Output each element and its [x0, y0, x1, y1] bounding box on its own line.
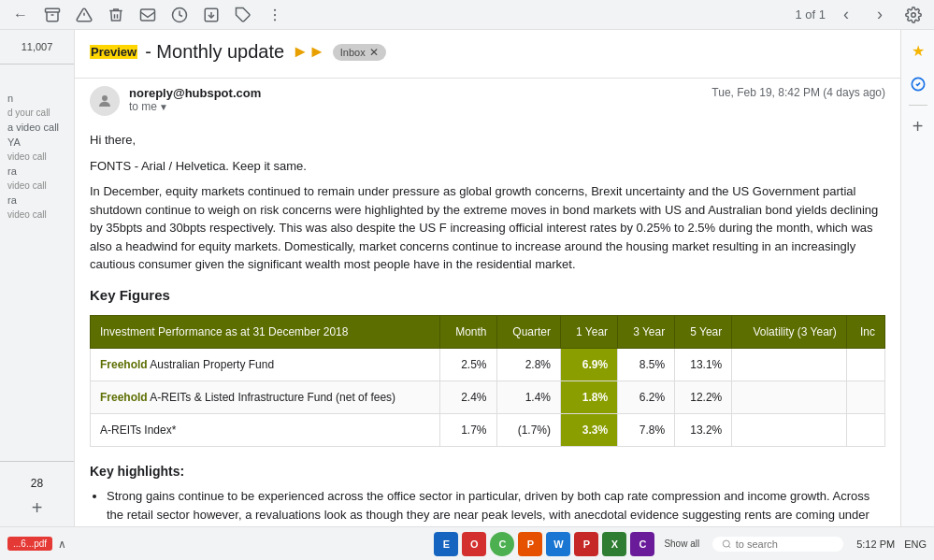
prev-page-button[interactable]: ‹	[833, 2, 859, 28]
inbox-badge: Inbox ✕	[333, 44, 386, 61]
highlight-item-1: Strong gains continue to be experienced …	[107, 487, 885, 526]
label-button[interactable]	[230, 2, 256, 28]
right-panel: ★ +	[900, 30, 934, 526]
settings-button[interactable]	[900, 2, 927, 28]
pdf-badge[interactable]: ...6...pdf	[7, 537, 52, 551]
email-panel[interactable]: Preview - Monthly update ►► Inbox ✕ nore…	[75, 30, 900, 526]
email-button[interactable]	[135, 2, 161, 28]
sender-avatar	[90, 86, 120, 116]
sender-to[interactable]: to me ▼	[129, 100, 702, 113]
search-icon	[722, 538, 732, 550]
taskbar-app-preview[interactable]: P	[518, 532, 542, 556]
sidebar-item-5[interactable]: ra	[0, 193, 74, 208]
taskbar-app-charter[interactable]: C	[630, 532, 654, 556]
row3-vol	[732, 414, 847, 447]
svg-point-12	[724, 540, 730, 547]
row1-name: Freehold Australian Property Fund	[91, 349, 440, 381]
row2-vol	[732, 381, 847, 414]
row3-quarter: (1.7%)	[496, 414, 560, 447]
table-row: Freehold Australian Property Fund 2.5% 2…	[91, 349, 885, 381]
clock: 5:12 PM	[856, 538, 895, 550]
next-page-button[interactable]: ›	[867, 2, 893, 28]
body-para: In December, equity markets continued to…	[90, 182, 885, 274]
back-button[interactable]: ←	[7, 2, 34, 28]
main-area: 11,007 n d your call a video call YA vid…	[0, 30, 934, 526]
row1-5year: 13.1%	[675, 349, 732, 381]
table-header-inc: Inc	[846, 316, 884, 349]
star-icon[interactable]: ★	[905, 37, 931, 64]
forward-icon: ►►	[292, 42, 325, 62]
row1-vol	[732, 349, 847, 381]
to-chevron: ▼	[159, 102, 168, 112]
app-wrapper: ←	[0, 0, 934, 560]
search-bar[interactable]	[712, 537, 843, 552]
inbox-label: Inbox	[340, 47, 366, 58]
sender-date: Tue, Feb 19, 8:42 PM (4 days ago)	[711, 86, 885, 99]
sidebar-item-3[interactable]: YA	[0, 135, 74, 150]
more-button[interactable]	[262, 2, 288, 28]
sender-name: noreply@hubspot.com	[129, 86, 702, 100]
archive-button[interactable]	[39, 2, 65, 28]
email-subject-row: Preview - Monthly update ►► Inbox ✕	[90, 41, 885, 63]
search-input[interactable]	[736, 538, 834, 550]
table-header-1year: 1 Year	[561, 316, 618, 349]
clock-button[interactable]	[166, 2, 193, 28]
table-row: Freehold A-REITs & Listed Infrastructure…	[91, 381, 885, 414]
table-header-name: Investment Performance as at 31 December…	[91, 316, 440, 349]
sidebar-count: 11,007	[0, 37, 74, 56]
check-icon[interactable]	[905, 71, 931, 97]
sender-info: noreply@hubspot.com to me ▼	[129, 86, 702, 113]
sender-row: noreply@hubspot.com to me ▼ Tue, Feb 19,…	[75, 79, 900, 123]
sidebar-item-4[interactable]: ra	[0, 164, 74, 179]
row2-quarter: 1.4%	[496, 381, 560, 414]
row3-3year: 7.8%	[618, 414, 675, 447]
svg-point-10	[102, 95, 108, 101]
row1-inc	[846, 349, 884, 381]
svg-point-8	[274, 19, 276, 21]
sidebar-add-button[interactable]: +	[0, 497, 74, 519]
row2-month: 2.4%	[440, 381, 496, 414]
row3-5year: 13.2%	[675, 414, 732, 447]
key-figures-title: Key Figures	[90, 285, 885, 307]
taskbar-app-word[interactable]: W	[546, 532, 570, 556]
delete-button[interactable]	[103, 2, 129, 28]
taskbar-app-chrome[interactable]: C	[490, 532, 514, 556]
taskbar: ...6...pdf ∧ E O C P W P X C Show all 5:…	[0, 526, 934, 560]
subject-rest: - Monthly update	[145, 41, 284, 63]
taskbar-app-expenses[interactable]: E	[434, 532, 458, 556]
taskbar-app-ppt[interactable]: P	[574, 532, 598, 556]
row1-1year: 6.9%	[561, 349, 618, 381]
taskbar-arrow-up[interactable]: ∧	[58, 538, 66, 551]
row2-1year: 1.8%	[561, 381, 618, 414]
row3-month: 1.7%	[440, 414, 496, 447]
table-header-month: Month	[440, 316, 496, 349]
sidebar-item-1b: d your call	[0, 106, 74, 120]
download-button[interactable]	[198, 2, 224, 28]
row1-quarter: 2.8%	[496, 349, 560, 381]
greeting: Hi there,	[90, 131, 885, 150]
table-header-quarter: Quarter	[496, 316, 560, 349]
sidebar-item-2[interactable]: a video call	[0, 120, 74, 135]
freehold-link-2[interactable]: Freehold	[100, 391, 148, 404]
taskbar-app-outlook[interactable]: O	[462, 532, 486, 556]
inbox-badge-close[interactable]: ✕	[369, 46, 379, 59]
svg-point-6	[274, 8, 276, 10]
table-header-vol: Volatility (3 Year)	[732, 316, 847, 349]
row2-5year: 12.2%	[675, 381, 732, 414]
row3-name: A-REITs Index*	[91, 414, 440, 447]
svg-point-9	[912, 12, 916, 17]
taskbar-app-special[interactable]: X	[602, 532, 626, 556]
key-highlights-title: Key highlights:	[90, 462, 885, 481]
sidebar-item-5b: video call	[0, 208, 74, 222]
report-button[interactable]	[71, 2, 97, 28]
top-toolbar: ←	[0, 0, 934, 30]
sidebar-items: n d your call a video call YA video call…	[0, 91, 74, 222]
right-panel-add-button[interactable]: +	[905, 113, 931, 139]
sidebar-item-1[interactable]: n	[0, 91, 74, 106]
sidebar-num: 28	[0, 469, 74, 497]
show-all-button[interactable]: Show all	[664, 538, 699, 549]
toolbar-left: ←	[7, 2, 288, 28]
subject-preview: Preview	[90, 45, 137, 59]
svg-rect-0	[46, 8, 60, 12]
freehold-link-1[interactable]: Freehold	[100, 358, 148, 371]
